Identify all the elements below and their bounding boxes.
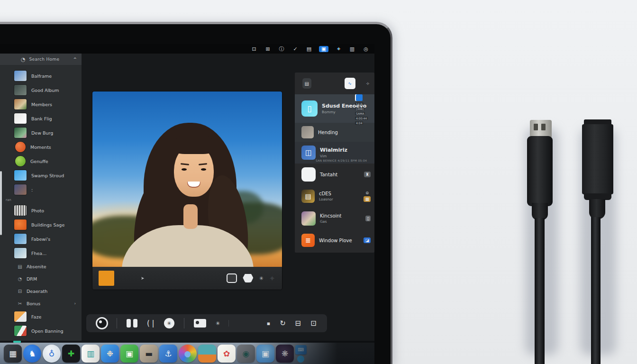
app-icon <box>301 167 316 182</box>
record-circle-icon[interactable] <box>96 317 108 329</box>
screen-share-icon[interactable]: ▤ <box>305 46 313 52</box>
app-trailing-icons[interactable]: ▯ <box>365 216 371 221</box>
green-notes-app-icon[interactable]: ▣ <box>120 345 138 363</box>
app-trailing-icons[interactable]: ♜ <box>364 172 371 177</box>
signature-check-icon[interactable]: ✓ <box>291 46 299 52</box>
book-panel-icon[interactable]: ▥ <box>348 46 356 52</box>
sidebar-item-label: Fhea... <box>31 251 46 256</box>
app-icon <box>301 126 314 138</box>
wallet-app-icon[interactable]: ▬ <box>140 345 158 363</box>
settings-panel-icon[interactable]: ⊟ <box>295 320 301 327</box>
sidebar-scrollbar[interactable] <box>0 171 2 235</box>
sidebar-item[interactable]: ⊟Deaerath <box>0 285 82 297</box>
battery-bars-icon[interactable] <box>127 319 137 328</box>
sidebar-item-label: Absenite <box>27 264 46 269</box>
app-row[interactable]: Hending <box>295 123 374 142</box>
sidebar-thumb-icon <box>14 85 27 95</box>
sidebar-item[interactable]: Buildings Sage <box>0 218 82 232</box>
dark-sparkle-icon[interactable]: ✦ <box>269 274 275 283</box>
app-row-text: Window Plove <box>319 238 352 243</box>
photos-app-icon[interactable]: ❉ <box>101 345 119 363</box>
frame-outline-icon[interactable] <box>227 273 237 283</box>
sidebar-item-label: Deaerath <box>27 289 47 294</box>
camera-icon[interactable] <box>194 319 206 328</box>
sidebar-item-label: Genuffe <box>30 159 48 164</box>
sidebar-item-label: Bank Flig <box>31 116 52 121</box>
app-trailing-icons[interactable]: ◪ <box>364 237 371 243</box>
sidebar-item[interactable]: Open Banning <box>0 324 82 338</box>
stickers-app-icon[interactable]: ✿ <box>218 345 236 363</box>
camera-device-icon[interactable]: ◉ <box>237 345 255 363</box>
notebook-app-icon[interactable]: ▥ <box>82 345 100 363</box>
sidebar-item[interactable]: : <box>0 182 82 197</box>
mini-display-icon[interactable]: ⌨ <box>295 345 307 355</box>
globe-browser-icon[interactable]: ♁ <box>43 345 61 363</box>
sidebar-item[interactable]: ◔DRM <box>0 273 82 285</box>
sidebar-thumb-icon <box>14 219 27 230</box>
blue-blob-app-icon[interactable]: ▣ <box>256 345 274 363</box>
sidebar-item[interactable]: ▤Absenite <box>0 260 82 273</box>
app-row[interactable]: KincsointGas▯ <box>295 207 374 230</box>
g-frame-icon[interactable]: ⊞ <box>264 46 272 52</box>
sidebar-item[interactable]: Balframe <box>0 69 82 83</box>
info-circle-icon[interactable]: ⓘ <box>278 46 285 52</box>
sidebar-item[interactable]: Members <box>0 97 82 111</box>
chevron-up-icon[interactable]: ^ <box>73 57 77 62</box>
scatter-dots-icon[interactable]: ✳ <box>259 275 263 282</box>
mode-dial-icon[interactable]: ✳ <box>164 318 174 328</box>
canister-icon[interactable]: ⊡ <box>310 320 317 327</box>
sidebar-item[interactable]: Dew Burg <box>0 126 82 140</box>
toolbar-divider <box>184 318 184 328</box>
target-circle-icon[interactable]: ◎ <box>362 46 370 52</box>
sidebar-item[interactable]: Swamp Stroud <box>0 168 82 182</box>
sidebar-item[interactable]: Moments <box>0 140 82 154</box>
app-title: Wialmiriz <box>320 147 347 153</box>
swirl-browser-icon[interactable]: ● <box>179 345 197 363</box>
app-subtitle: Gas <box>320 219 342 224</box>
app-row[interactable]: Tantaht♜ <box>295 164 374 185</box>
usb-plug-neck <box>532 203 548 220</box>
chart-button-icon[interactable]: ∿ <box>345 78 355 89</box>
whale-app-icon[interactable]: ♞ <box>23 345 41 363</box>
sidebar-header-label: Search Home <box>29 57 70 62</box>
app-title: Tantaht <box>320 172 337 177</box>
sidebar-item[interactable]: ✂Bonus› <box>0 297 82 309</box>
small-square-icon[interactable]: ▪ <box>267 321 270 326</box>
toolbar-divider <box>117 318 117 328</box>
sidebar-item-label: Balframe <box>31 73 52 79</box>
sidebar-item[interactable]: Fhea... <box>0 246 82 260</box>
color-sparkle-icon[interactable]: ✦ <box>335 46 342 52</box>
dock: ▦♞♁✚▥❉▣▬⚓●✿◉▣❋⌨ <box>0 343 374 364</box>
receipt-list-icon[interactable]: ▤ <box>302 78 311 89</box>
blue-window-icon <box>355 94 363 101</box>
landscape-thumb-icon[interactable] <box>198 345 216 363</box>
sidebar-header[interactable]: ◔ Search Home ^ <box>0 54 82 65</box>
subject-mask-icon[interactable] <box>243 274 253 282</box>
harbor-app-icon[interactable]: ⚓ <box>159 345 177 363</box>
sidebar-thumb-icon <box>15 142 26 152</box>
purple-gear-app-icon[interactable]: ❋ <box>276 345 294 363</box>
sync-icon[interactable]: ↻ <box>280 320 286 327</box>
laptop-screen: ⊡⊞ⓘ✓▤▣✦▥◎ ◔ Search Home ^ BalframeGood A… <box>0 44 374 364</box>
active-window-icon[interactable]: ▣ <box>319 46 328 52</box>
sidebar-item[interactable]: Genuffe <box>0 154 82 168</box>
faint-sparkle-icon[interactable]: ✧ <box>365 80 371 87</box>
parentheses-icon[interactable]: ( | <box>147 320 155 327</box>
sidebar-item[interactable]: Good Album <box>0 83 82 97</box>
sidebar-item-label: Open Banning <box>31 328 63 334</box>
green-plugin-app-icon[interactable]: ✚ <box>62 345 80 363</box>
app-row[interactable]: ≣Window Plove◪ <box>295 230 374 251</box>
sidebar-thumb-icon <box>15 156 26 166</box>
plant-sparkle-icon[interactable]: ✳ <box>216 321 220 326</box>
sidebar-item[interactable]: Photo <box>0 203 82 218</box>
camera-flip-icon[interactable]: ⊡ <box>250 46 258 52</box>
color-swatch[interactable] <box>99 271 114 286</box>
app-row[interactable]: ▤cDESLoasnor⊕▦ <box>295 185 374 207</box>
app-trailing-icons[interactable]: ⊕▦ <box>364 191 371 202</box>
sidebar-item[interactable]: Faze <box>0 309 82 324</box>
sidebar-item-label: Good Album <box>31 88 59 93</box>
sidebar-item[interactable]: Bank Flig <box>0 111 82 126</box>
history-icon: ◔ <box>21 56 26 63</box>
sidebar-item[interactable]: Fabewi's <box>0 232 82 246</box>
control-panel-app-icon[interactable]: ▦ <box>4 345 22 363</box>
